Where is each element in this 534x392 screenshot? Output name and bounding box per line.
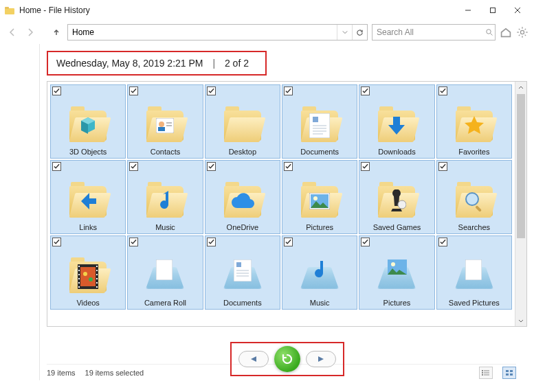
item-label: Videos xyxy=(76,299,99,307)
close-button[interactable] xyxy=(505,0,530,21)
item-label: Pictures xyxy=(383,299,411,307)
address-input[interactable] xyxy=(68,25,337,40)
file-item[interactable]: Music xyxy=(127,160,203,234)
search-icon[interactable] xyxy=(484,28,495,36)
up-button[interactable] xyxy=(49,25,63,39)
file-item[interactable]: Pictures xyxy=(282,160,357,234)
svg-rect-43 xyxy=(78,282,80,284)
item-checkbox[interactable] xyxy=(438,87,447,95)
icons-view-button[interactable] xyxy=(502,367,516,379)
svg-point-38 xyxy=(89,277,93,281)
svg-rect-21 xyxy=(166,125,172,126)
previous-version-button[interactable] xyxy=(238,351,269,367)
scroll-down-button[interactable] xyxy=(515,314,526,326)
file-item[interactable]: Links xyxy=(50,160,126,234)
forward-button[interactable] xyxy=(23,25,37,39)
item-label: Searches xyxy=(458,223,490,231)
left-pane xyxy=(0,44,40,380)
item-label: Contacts xyxy=(151,148,180,156)
item-label: 3D Objects xyxy=(69,148,107,156)
svg-rect-36 xyxy=(80,267,96,286)
selected-count: 19 items selected xyxy=(85,369,144,377)
file-item[interactable]: Downloads xyxy=(359,84,434,159)
file-item[interactable]: Videos xyxy=(50,235,126,310)
svg-rect-19 xyxy=(158,127,165,131)
version-timestamp: Wednesday, May 8, 2019 2:21 PM xyxy=(56,58,203,69)
svg-rect-64 xyxy=(482,372,483,373)
item-checkbox[interactable] xyxy=(438,238,447,246)
item-checkbox[interactable] xyxy=(284,162,293,171)
file-item[interactable]: OneDrive xyxy=(205,160,280,234)
svg-point-18 xyxy=(159,122,164,127)
svg-rect-34 xyxy=(475,205,482,212)
file-item[interactable]: Documents xyxy=(282,84,357,159)
doc-icon xyxy=(300,106,339,145)
file-item[interactable]: Saved Games xyxy=(359,160,434,234)
download-icon xyxy=(377,106,416,145)
search-input[interactable] xyxy=(372,27,484,37)
file-item[interactable]: Documents xyxy=(205,235,280,310)
cube-icon xyxy=(69,106,107,145)
file-item[interactable]: Pictures xyxy=(359,235,434,310)
back-button[interactable] xyxy=(5,25,19,39)
file-item[interactable]: Saved Pictures xyxy=(436,235,512,310)
file-item[interactable]: Favorites xyxy=(436,84,512,159)
svg-rect-0 xyxy=(5,8,14,14)
svg-point-31 xyxy=(394,190,399,194)
svg-rect-1 xyxy=(5,7,9,9)
file-item[interactable]: Camera Roll xyxy=(127,235,203,310)
file-item[interactable]: Searches xyxy=(436,160,512,234)
file-item[interactable]: Music xyxy=(282,235,357,310)
file-grid: 3D ObjectsContactsDesktopDocumentsDownlo… xyxy=(47,82,515,326)
item-checkbox[interactable] xyxy=(284,87,293,95)
item-checkbox[interactable] xyxy=(52,87,61,95)
separator: | xyxy=(212,58,215,69)
item-checkbox[interactable] xyxy=(438,162,447,171)
svg-rect-49 xyxy=(96,282,98,284)
doc-library2-icon xyxy=(223,257,262,296)
note-library-icon xyxy=(300,257,339,296)
item-checkbox[interactable] xyxy=(361,238,370,246)
svg-rect-42 xyxy=(78,278,80,279)
window-title: Home - File History xyxy=(19,5,90,15)
item-checkbox[interactable] xyxy=(52,238,61,246)
title-bar: Home - File History xyxy=(0,0,534,21)
navigation-toolbar xyxy=(0,21,534,44)
address-dropdown[interactable] xyxy=(337,25,352,40)
vertical-scrollbar[interactable] xyxy=(515,82,526,326)
file-item[interactable]: Contacts xyxy=(127,84,203,159)
item-checkbox[interactable] xyxy=(129,238,138,246)
address-bar xyxy=(67,24,368,41)
item-checkbox[interactable] xyxy=(52,162,61,171)
item-checkbox[interactable] xyxy=(207,238,216,246)
item-label: Saved Pictures xyxy=(449,299,500,307)
restore-button[interactable] xyxy=(274,346,300,372)
note-icon xyxy=(146,182,184,220)
file-item[interactable]: 3D Objects xyxy=(50,84,126,159)
item-checkbox[interactable] xyxy=(129,87,138,95)
settings-icon[interactable] xyxy=(516,26,529,38)
item-checkbox[interactable] xyxy=(361,162,370,171)
item-label: Documents xyxy=(300,148,339,156)
minimize-button[interactable] xyxy=(456,0,480,21)
scroll-thumb[interactable] xyxy=(517,94,525,238)
scroll-up-button[interactable] xyxy=(515,82,526,93)
svg-point-30 xyxy=(313,196,318,200)
svg-rect-65 xyxy=(482,374,483,376)
home-icon[interactable] xyxy=(500,26,512,38)
refresh-button[interactable] xyxy=(352,25,367,40)
file-item[interactable]: Desktop xyxy=(205,84,280,159)
item-checkbox[interactable] xyxy=(207,87,216,95)
item-checkbox[interactable] xyxy=(129,162,138,171)
item-label: Music xyxy=(310,299,330,307)
item-label: Saved Games xyxy=(373,223,421,231)
next-version-button[interactable] xyxy=(306,351,336,367)
item-checkbox[interactable] xyxy=(207,162,216,171)
item-label: Camera Roll xyxy=(144,299,186,307)
item-checkbox[interactable] xyxy=(284,238,293,246)
maximize-button[interactable] xyxy=(480,0,505,21)
svg-rect-3 xyxy=(491,8,496,13)
details-view-button[interactable] xyxy=(479,367,493,379)
contact-icon xyxy=(146,106,184,145)
item-checkbox[interactable] xyxy=(361,87,370,95)
